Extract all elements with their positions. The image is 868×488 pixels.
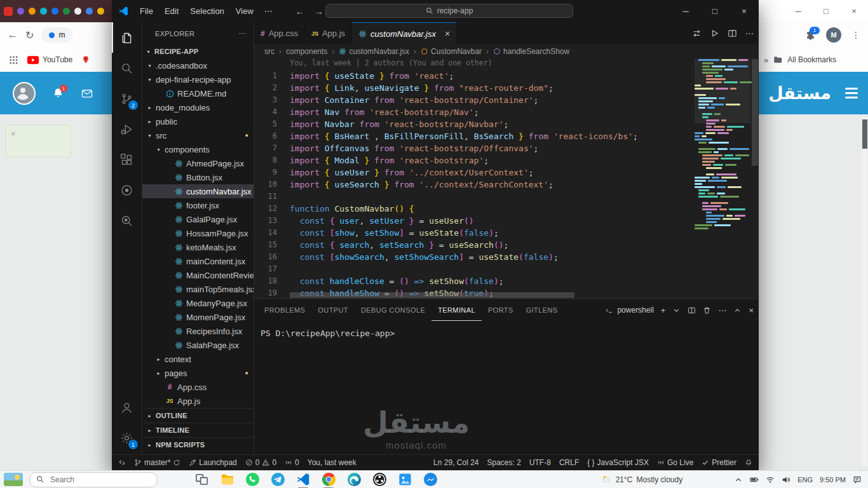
browser-refresh-button[interactable]: ↻ [25,29,34,41]
code-line-13[interactable]: 13 const { user, setUser } = useUser() [254,215,689,227]
file-MedanyPage.jsx[interactable]: MedanyPage.jsx [142,296,254,310]
nav-forward-icon[interactable]: → [315,6,323,17]
taskbar-app-telegram[interactable] [269,471,286,488]
hidden-icons-icon[interactable] [734,475,743,484]
network-icon[interactable] [766,475,775,484]
site-logo[interactable]: مستقل [768,83,831,104]
file-mainContent.jsx[interactable]: mainContent.jsx [142,254,254,268]
statusbar-prettier[interactable]: Prettier [702,458,736,467]
code-line-5[interactable]: 5import Navbar from 'react-bootstrap/Nav… [254,118,689,130]
maps-pin-icon[interactable] [81,55,90,64]
activity-accounts[interactable] [112,392,142,423]
vscode-minimize-button[interactable]: ─ [671,0,700,22]
close-panel-icon[interactable]: × [749,306,754,315]
panel-tab-terminal[interactable]: TERMINAL [431,299,482,321]
statusbar-problems[interactable]: 00 [245,458,276,467]
file-RecipesInfo.jsx[interactable]: RecipesInfo.jsx [142,324,254,338]
statusbar-blame-status[interactable]: You, last week [308,458,356,467]
breadcrumb-src[interactable]: src [264,47,275,56]
file-footer.jsx[interactable]: footer.jsx [142,198,254,212]
action-center-icon[interactable] [853,475,862,484]
statusbar-eol[interactable]: CRLF [559,458,579,467]
open-changes-icon[interactable] [692,29,702,38]
file-Button.jsx[interactable]: Button.jsx [142,170,254,184]
code-line-6[interactable]: 6import { BsHeart , BsFillPersonFill, Bs… [254,130,689,142]
explorer-section-npm-scripts[interactable]: ▸NPM SCRIPTS [142,437,254,452]
file-SalahPage.jsx[interactable]: SalahPage.jsx [142,338,254,352]
clock[interactable]: 9:50 PM [820,476,846,484]
menu-selection[interactable]: Selection [184,0,229,22]
code-line-1[interactable]: 1import { useState } from 'react'; [254,70,689,82]
panel-tab-gitlens[interactable]: GITLENS [520,299,564,321]
battery-icon[interactable] [750,475,759,484]
browser-address-bar[interactable]: m [41,27,72,43]
statusbar-language-mode[interactable]: { }JavaScript JSX [587,458,649,467]
new-terminal-icon[interactable]: + [661,306,666,315]
tab-close-icon[interactable]: × [445,29,450,39]
statusbar-go-live[interactable]: Go Live [657,458,693,467]
shell-selector[interactable]: powershell [605,306,653,315]
file-App.js[interactable]: JSApp.js [142,394,254,408]
folder-depi-final-recipe-app[interactable]: ▾depi-final-recipe-app [142,72,254,86]
nav-back-icon[interactable]: ← [295,6,304,17]
folder-src[interactable]: ▾src● [142,128,254,142]
file-AhmedPage.jsx[interactable]: AhmedPage.jsx [142,156,254,170]
panel-tab-ports[interactable]: PORTS [482,299,520,321]
minimap[interactable] [695,58,750,230]
browser-tab-strip[interactable] [0,0,112,22]
taskbar-app-task-view[interactable] [193,471,210,488]
breadcrumb-components[interactable]: components [286,47,327,56]
activity-source-control[interactable]: 2 [112,83,142,114]
breadcrumb-handleSearchShow[interactable]: handleSearchShow [493,47,569,56]
vscode-maximize-button[interactable]: □ [700,0,729,22]
tab-favicon-blue-tab[interactable] [86,8,93,15]
volume-icon[interactable] [782,475,790,484]
activity-live-server[interactable] [112,175,142,205]
code-line-15[interactable]: 15 const { search, setSearch } = useSear… [254,239,689,251]
panel-tab-debug-console[interactable]: DEBUG CONSOLE [355,299,431,321]
split-terminal-icon[interactable] [688,306,696,315]
code-line-14[interactable]: 14 const [show, setShow] = useState(fals… [254,227,689,239]
taskbar-app-photos[interactable] [397,471,413,488]
hamburger-menu-icon[interactable] [845,88,858,98]
tab-favicon-green-tab[interactable] [63,8,70,15]
apps-grid-icon[interactable] [9,55,18,65]
run-file-icon[interactable] [710,29,719,38]
tab-favicon-mail-tab[interactable] [51,8,58,15]
taskbar-app-edge[interactable] [346,471,362,488]
breadcrumb-customNavbar.jsx[interactable]: customNavbar.jsx [339,47,409,56]
folder-context[interactable]: ▸context [142,352,254,366]
terminal-output[interactable]: PS D:\recipeApp\recipe-app> [254,321,759,338]
more-actions-icon[interactable]: ⋯ [718,306,726,315]
code-line-10[interactable]: 10import { useSearch } from '../context/… [254,179,689,191]
tab-favicon-recording-tab[interactable] [4,7,13,16]
extensions-icon[interactable]: 1 [805,30,816,41]
widgets-weather-button[interactable] [4,473,23,486]
tab-App.css[interactable]: #App.css [254,22,305,44]
tab-App.js[interactable]: JSApp.js [305,22,352,44]
activity-extensions[interactable] [112,144,142,175]
tab-favicon-orange-tab[interactable] [29,8,36,15]
code-line-11[interactable]: 11 [254,191,689,203]
code-line-16[interactable]: 16 const [showSearch, setShowSearch] = u… [254,251,689,263]
taskbar-app-file-explorer[interactable] [219,471,235,488]
tab-favicon-yellow-tab[interactable] [97,8,104,15]
folder-node_modules[interactable]: ▸node_modules [142,100,254,114]
all-bookmarks-label[interactable]: All Bookmarks [787,55,836,64]
activity-run-debug[interactable] [112,114,142,144]
panel-tab-output[interactable]: OUTPUT [311,299,355,321]
code-line-12[interactable]: 12function CustomNavbar() { [254,203,689,215]
vscode-close-button[interactable]: × [729,0,759,22]
file-customNavbar.jsx[interactable]: customNavbar.jsx [142,184,254,198]
split-editor-icon[interactable] [728,29,737,38]
tab-favicon-white-tab[interactable] [74,8,81,15]
code-line-9[interactable]: 9import { useUser } from '../context/Use… [254,166,689,179]
maximize-panel-icon[interactable] [733,306,742,315]
menu-edit[interactable]: Edit [159,0,184,22]
command-center[interactable]: recipe-app [325,4,573,18]
taskbar-app-messenger[interactable] [422,471,438,488]
folder-.codesandbox[interactable]: ▾.codesandbox [142,58,254,72]
kill-terminal-icon[interactable] [703,306,711,315]
browser-menu-icon[interactable]: ⋮ [851,30,860,40]
file-ketoMeals.jsx[interactable]: ketoMeals.jsx [142,240,254,254]
